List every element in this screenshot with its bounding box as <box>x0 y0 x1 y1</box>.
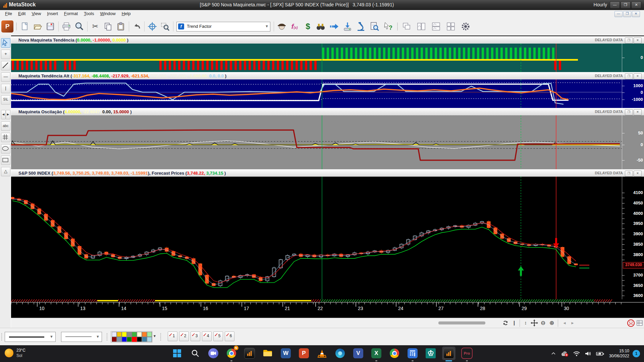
crosshair-target-icon[interactable] <box>147 21 158 32</box>
data-sheet-icon[interactable] <box>636 319 644 327</box>
tile-grid-icon[interactable] <box>445 21 456 32</box>
palette-color-#a8d8ea[interactable] <box>147 337 152 342</box>
close-button[interactable]: ✕ <box>631 1 641 9</box>
stop-loss-line-tool[interactable]: S\L <box>1 95 10 105</box>
report-search-icon[interactable] <box>369 21 380 32</box>
layout-button-1[interactable]: 1 <box>168 331 177 341</box>
layout-button-3[interactable]: 3 <box>191 331 200 341</box>
text-tool[interactable]: abc <box>1 121 10 131</box>
scroll-right-button[interactable]: ▸ <box>569 319 577 327</box>
maximize-button[interactable]: ❐ <box>621 1 631 9</box>
palette-color-#008000[interactable] <box>127 337 132 342</box>
palette-color-#8b0000[interactable] <box>112 337 117 342</box>
horizontal-line-tool[interactable]: — <box>1 72 10 82</box>
taskbar-search-icon[interactable] <box>189 347 202 360</box>
scroll-left-button[interactable]: ◂ <box>1 110 6 119</box>
triangle-tool[interactable]: △ <box>1 167 10 176</box>
volume-icon[interactable] <box>584 351 592 357</box>
explorer-binoculars-icon[interactable] <box>315 21 326 32</box>
context-help-icon[interactable]: ? <box>382 21 393 32</box>
menu-help[interactable]: Help <box>119 10 134 17</box>
taskbar-metastock-icon[interactable] <box>243 347 256 360</box>
panel-close-icon[interactable]: ✕ <box>634 171 642 177</box>
clock[interactable]: 15:10 30/06/2022 <box>609 349 629 359</box>
menu-file[interactable]: File <box>2 10 15 17</box>
palette-color-#ff7f27[interactable] <box>142 332 147 337</box>
expand-vertical-button[interactable]: ↕ <box>522 319 530 327</box>
ellipse-tool[interactable] <box>1 144 10 154</box>
power-console-icon[interactable]: P <box>1 20 13 33</box>
open-icon[interactable] <box>32 21 43 32</box>
pointer-tool[interactable] <box>1 38 10 48</box>
taskbar-chess-icon[interactable]: ♔ <box>424 347 437 360</box>
child-minimize-button[interactable]: — <box>614 11 623 17</box>
palette-color-#9fe89f[interactable] <box>147 332 152 337</box>
panel-header-sp500-index[interactable]: S&P 500 INDEX (3,749.56, 3,750.25, 3,749… <box>11 169 644 177</box>
palette-color-#3c7fa5[interactable] <box>142 337 147 342</box>
crosshair-tool[interactable]: + <box>1 50 10 59</box>
layout-button-2[interactable]: 2 <box>179 331 189 341</box>
chevron-down-icon[interactable]: ▼ <box>50 335 53 339</box>
palette-color-#f5c400[interactable] <box>117 332 122 337</box>
line-style-combo[interactable]: ▼ <box>61 332 102 342</box>
panel-maximize-icon[interactable]: ❐ <box>625 38 633 44</box>
taskbar-metastock-active-icon[interactable] <box>442 347 455 360</box>
grid-tool[interactable] <box>1 133 10 142</box>
menu-format[interactable]: Format <box>61 10 81 17</box>
zoom-box-icon[interactable] <box>160 21 170 32</box>
palette-color-#7e98a8[interactable] <box>117 337 122 342</box>
cursor-mode-button[interactable]: | <box>510 319 518 327</box>
panel-maximize-icon[interactable]: ❐ <box>625 109 633 115</box>
taskbar-chrome2-icon[interactable] <box>388 347 401 360</box>
zoom-in-button[interactable]: ⊕ <box>548 319 556 327</box>
scroll-right-button[interactable]: ▸ <box>6 110 10 119</box>
taskbar-powerpoint-icon[interactable]: P <box>297 347 311 360</box>
panel-header-nova-maquineta-tendencia[interactable]: Nova Maquineta Tendência (0.0000, -1.000… <box>11 36 644 44</box>
trendline-tool[interactable] <box>1 61 10 70</box>
forecaster-arrow-icon[interactable] <box>329 21 339 32</box>
palette-color-#0000ee[interactable] <box>122 337 127 342</box>
notification-badge[interactable]: 1 <box>633 350 640 357</box>
tray-chevron-icon[interactable] <box>551 351 556 356</box>
palette-color-#e8e8fa[interactable] <box>112 332 117 337</box>
expert-advisor-icon[interactable] <box>276 21 287 32</box>
panel-maximize-icon[interactable]: ❐ <box>625 73 633 79</box>
layout-button-5[interactable]: 5 <box>213 331 223 341</box>
minimize-button[interactable]: — <box>610 1 620 9</box>
rectangle-tool[interactable] <box>1 156 10 165</box>
scroll-left-button[interactable]: ◂ <box>560 319 569 327</box>
palette-color-#ff0000[interactable] <box>132 337 137 342</box>
indicator-builder-fx-icon[interactable]: f(x) <box>289 21 300 32</box>
panel-close-icon[interactable]: ✕ <box>634 109 642 115</box>
system-tester-microscope-icon[interactable] <box>356 21 366 32</box>
paste-icon[interactable] <box>115 21 126 32</box>
palette-color-#ffff00[interactable] <box>122 332 127 337</box>
child-restore-button[interactable]: ❐ <box>623 11 631 17</box>
pan-button[interactable] <box>530 319 538 327</box>
menu-tools[interactable]: Tools <box>81 10 97 17</box>
line-weight-combo[interactable]: ▼ <box>5 332 56 342</box>
refresh-button[interactable] <box>501 319 509 327</box>
taskbar-explorer-icon[interactable] <box>261 347 274 360</box>
palette-color-#000000[interactable] <box>137 337 142 342</box>
taskbar-windows-icon[interactable] <box>170 347 184 360</box>
cut-icon[interactable]: ✂ <box>90 21 101 32</box>
palette-color-#3db53d[interactable] <box>132 332 137 337</box>
chevron-down-icon[interactable]: ▼ <box>265 24 269 28</box>
menu-view[interactable]: View <box>29 10 44 17</box>
taskbar-edge-icon[interactable] <box>333 347 347 360</box>
zoom-out-button[interactable]: ⊖ <box>539 319 547 327</box>
copy-icon[interactable] <box>103 21 113 32</box>
indicator-combo[interactable]: f Trend Factor ▼ <box>176 22 270 32</box>
taskbar-vlc-icon[interactable] <box>315 347 329 360</box>
print-icon[interactable] <box>61 21 72 32</box>
chevron-down-icon[interactable]: ▼ <box>96 335 100 339</box>
cascade-windows-icon[interactable] <box>401 21 412 32</box>
palette-more-icon[interactable]: ▼ <box>153 334 156 338</box>
taskbar-chrome-icon[interactable]: N <box>225 347 238 360</box>
menu-insert[interactable]: Insert <box>44 10 61 17</box>
downloader-icon[interactable] <box>342 21 353 32</box>
sp500-price-chart[interactable] <box>11 177 644 299</box>
panel-close-icon[interactable]: ✕ <box>634 38 642 44</box>
taskbar-pro-icon[interactable]: Pro <box>460 347 474 360</box>
